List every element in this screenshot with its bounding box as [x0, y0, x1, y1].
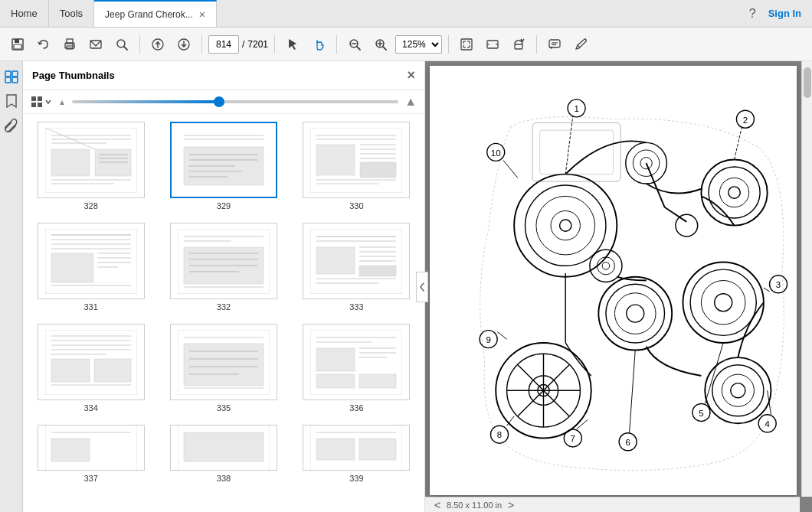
- svg-rect-77: [360, 162, 396, 178]
- thumbnail-image: [38, 324, 145, 400]
- signin-label[interactable]: Sign In: [768, 8, 801, 19]
- svg-text:1: 1: [574, 104, 578, 113]
- svg-point-6: [72, 44, 74, 46]
- thumbnail-label: 333: [349, 302, 363, 311]
- thumb-size-slider[interactable]: [72, 100, 398, 103]
- thumbnail-toolbar: ▲ ▲: [23, 90, 424, 114]
- svg-rect-85: [51, 253, 93, 282]
- page-separator: /: [242, 39, 244, 50]
- engine-diagram: 1 2 3 4 5 6: [430, 66, 797, 495]
- thumb-size-small-icon: ▲: [58, 98, 66, 106]
- thumbnail-item[interactable]: 339: [296, 425, 417, 483]
- separator-6: [536, 35, 537, 54]
- svg-rect-43: [12, 77, 18, 83]
- cursor-tool-button[interactable]: [281, 33, 304, 56]
- svg-rect-5: [67, 46, 73, 49]
- pdf-view: 1 2 3 4 5 6: [425, 61, 812, 512]
- thumbnail-item[interactable]: 330: [296, 122, 417, 210]
- rotate-button[interactable]: [507, 33, 530, 56]
- thumbnail-close-icon[interactable]: ×: [407, 67, 415, 83]
- sidebar-thumbnails-icon[interactable]: [2, 67, 21, 86]
- thumbnail-item[interactable]: 329: [163, 122, 283, 210]
- hand-tool-button[interactable]: [307, 33, 330, 56]
- pdf-page: 1 2 3 4 5 6: [430, 66, 797, 495]
- svg-rect-144: [316, 439, 355, 460]
- comment-button[interactable]: [543, 33, 566, 56]
- zoom-select[interactable]: 50% 75% 100% 125% 150% 200%: [395, 35, 442, 54]
- thumbnail-item[interactable]: 336: [296, 324, 417, 413]
- svg-text:6: 6: [625, 438, 630, 447]
- vertical-scrollbar[interactable]: [801, 61, 812, 497]
- upload-button[interactable]: [146, 33, 169, 56]
- thumbnail-label: 334: [83, 403, 97, 413]
- thumbnail-image: [170, 425, 277, 471]
- fit-page-button[interactable]: [455, 33, 478, 56]
- separator-5: [448, 35, 449, 54]
- home-tab[interactable]: Home: [0, 0, 49, 27]
- page-size-label: 8.50 x 11.00 in: [447, 501, 502, 510]
- pdf-status-bar: < 8.50 x 11.00 in >: [425, 497, 800, 512]
- svg-rect-117: [51, 359, 90, 382]
- panel-collapse-button[interactable]: [416, 272, 428, 302]
- fit-width-button[interactable]: [481, 33, 504, 56]
- svg-rect-135: [316, 374, 355, 388]
- svg-text:9: 9: [486, 335, 490, 344]
- thumbnail-label: 336: [349, 403, 363, 413]
- download-button[interactable]: [172, 33, 195, 56]
- thumbnail-item[interactable]: 333: [296, 223, 417, 311]
- svg-text:10: 10: [491, 148, 501, 158]
- thumbnail-item[interactable]: 331: [31, 223, 151, 311]
- svg-rect-35: [515, 44, 522, 49]
- svg-rect-36: [549, 40, 560, 47]
- thumbnail-label: 330: [349, 201, 363, 210]
- tools-tab[interactable]: Tools: [49, 0, 94, 27]
- svg-rect-122: [184, 344, 264, 386]
- thumbnail-label: 337: [83, 474, 97, 483]
- svg-rect-72: [316, 145, 355, 175]
- svg-rect-118: [94, 359, 131, 382]
- svg-rect-108: [359, 266, 396, 276]
- status-nav-left[interactable]: <: [431, 497, 444, 512]
- pen-button[interactable]: [569, 33, 592, 56]
- svg-text:3: 3: [776, 280, 781, 289]
- svg-rect-42: [5, 77, 11, 83]
- thumbnail-image: [170, 223, 277, 299]
- svg-line-9: [124, 47, 127, 50]
- svg-rect-46: [31, 103, 36, 107]
- svg-rect-47: [38, 103, 42, 107]
- thumbnail-image: [38, 223, 145, 299]
- zoom-out-button[interactable]: [343, 33, 366, 56]
- status-nav-right[interactable]: >: [505, 497, 517, 512]
- page-current-input[interactable]: [208, 35, 239, 54]
- svg-text:2: 2: [743, 116, 748, 125]
- sidebar-bookmark-icon[interactable]: [2, 92, 21, 110]
- email-button[interactable]: [84, 33, 107, 56]
- thumbnail-item[interactable]: 332: [163, 223, 283, 311]
- search-button[interactable]: [110, 33, 133, 56]
- svg-line-20: [383, 47, 386, 50]
- doc-tab[interactable]: Jeep Grand Cherok... ×: [94, 0, 217, 27]
- thumbnail-image: [303, 324, 410, 400]
- thumbnail-label: 335: [217, 403, 231, 413]
- undo-button[interactable]: [32, 33, 55, 56]
- svg-text:5: 5: [699, 409, 703, 418]
- svg-point-178: [640, 158, 652, 169]
- main-area: Page Thumbnails × ▲ ▲: [0, 61, 812, 512]
- thumbnail-item[interactable]: 337: [31, 425, 151, 483]
- save-button[interactable]: [6, 33, 29, 56]
- print-button[interactable]: [58, 33, 81, 56]
- thumbnail-label: 328: [83, 201, 97, 210]
- thumbnail-item[interactable]: 334: [31, 324, 151, 413]
- thumbnail-view-btn[interactable]: [31, 96, 52, 108]
- svg-text:8: 8: [497, 430, 502, 439]
- thumbnail-item[interactable]: 338: [163, 425, 283, 483]
- top-nav: Home Tools Jeep Grand Cherok... × ? Sign…: [0, 0, 812, 28]
- zoom-in-button[interactable]: [369, 33, 392, 56]
- svg-rect-23: [461, 39, 472, 50]
- help-icon[interactable]: ?: [749, 7, 756, 21]
- thumbnail-image: [303, 425, 410, 471]
- thumbnail-item[interactable]: 335: [163, 324, 283, 413]
- sidebar-attachment-icon[interactable]: [2, 116, 21, 135]
- thumbnail-item[interactable]: 328: [31, 122, 151, 210]
- close-tab-icon[interactable]: ×: [199, 8, 205, 21]
